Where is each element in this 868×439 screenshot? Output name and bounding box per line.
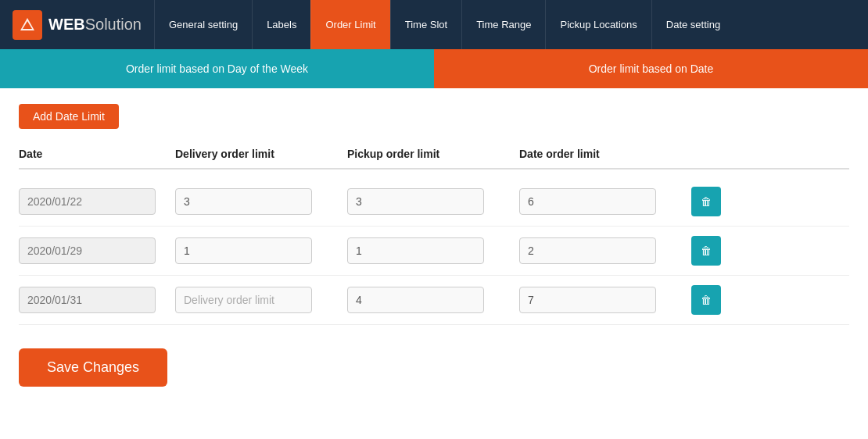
save-changes-button[interactable]: Save Changes <box>19 348 167 387</box>
trash-icon-3 <box>701 293 712 307</box>
cell-delivery-2 <box>175 237 347 264</box>
delivery-input-2[interactable] <box>175 237 312 264</box>
pickup-input-1[interactable] <box>347 188 484 215</box>
add-date-limit-button[interactable]: Add Date Limit <box>19 104 119 129</box>
tab-row: Order limit based on Day of the Week Ord… <box>0 49 868 88</box>
cell-delivery-1 <box>175 188 347 215</box>
logo-icon <box>13 10 42 40</box>
nav-order-limit[interactable]: Order Limit <box>310 0 389 49</box>
nav-date-setting[interactable]: Date setting <box>651 0 734 49</box>
logo-solution: Solution <box>85 16 142 33</box>
cell-delete-3 <box>691 285 738 315</box>
delivery-input-1[interactable] <box>175 188 312 215</box>
tab-order-limit-date[interactable]: Order limit based on Date <box>434 49 868 88</box>
cell-date-1 <box>19 188 175 215</box>
col-action <box>691 148 738 160</box>
cell-pickup-3 <box>347 287 519 313</box>
nav-general-setting[interactable]: General setting <box>154 0 252 49</box>
nav-labels[interactable]: Labels <box>252 0 310 49</box>
main-nav: General setting Labels Order Limit Time … <box>154 0 868 49</box>
date-limit-input-3[interactable] <box>519 287 656 313</box>
cell-delete-1 <box>691 187 738 216</box>
cell-date-limit-1 <box>519 188 691 215</box>
cell-date-3 <box>19 287 175 313</box>
delete-button-2[interactable] <box>691 236 721 266</box>
delivery-input-3[interactable] <box>175 287 312 313</box>
pickup-input-2[interactable] <box>347 237 484 264</box>
logo-text: WEBSolution <box>48 16 142 34</box>
date-limit-input-2[interactable] <box>519 237 656 264</box>
date-input-2[interactable] <box>19 237 156 264</box>
table-row <box>19 227 849 276</box>
table-header: Date Delivery order limit Pickup order l… <box>19 148 849 170</box>
cell-delete-2 <box>691 236 738 266</box>
trash-icon-1 <box>701 195 712 209</box>
cell-date-limit-2 <box>519 237 691 264</box>
logo: WEBSolution <box>0 0 154 49</box>
pickup-input-3[interactable] <box>347 287 484 313</box>
nav-time-range[interactable]: Time Range <box>461 0 545 49</box>
delete-button-3[interactable] <box>691 285 721 315</box>
cell-pickup-1 <box>347 188 519 215</box>
delete-button-1[interactable] <box>691 187 721 216</box>
nav-pickup-locations[interactable]: Pickup Locations <box>545 0 651 49</box>
cell-date-2 <box>19 237 175 264</box>
table-row <box>19 276 849 325</box>
col-date: Date <box>19 148 175 160</box>
date-limit-input-1[interactable] <box>519 188 656 215</box>
header: WEBSolution General setting Labels Order… <box>0 0 868 49</box>
col-pickup: Pickup order limit <box>347 148 519 160</box>
col-delivery: Delivery order limit <box>175 148 347 160</box>
cell-date-limit-3 <box>519 287 691 313</box>
cell-pickup-2 <box>347 237 519 264</box>
logo-web: WEB <box>48 16 85 33</box>
date-input-3[interactable] <box>19 287 156 313</box>
table-row <box>19 177 849 227</box>
cell-delivery-3 <box>175 287 347 313</box>
date-input-1[interactable] <box>19 188 156 215</box>
trash-icon-2 <box>701 244 712 258</box>
tab-day-of-week[interactable]: Order limit based on Day of the Week <box>0 49 434 88</box>
col-date-limit: Date order limit <box>519 148 691 160</box>
nav-time-slot[interactable]: Time Slot <box>390 0 461 49</box>
content-area: Add Date Limit Date Delivery order limit… <box>0 88 868 402</box>
